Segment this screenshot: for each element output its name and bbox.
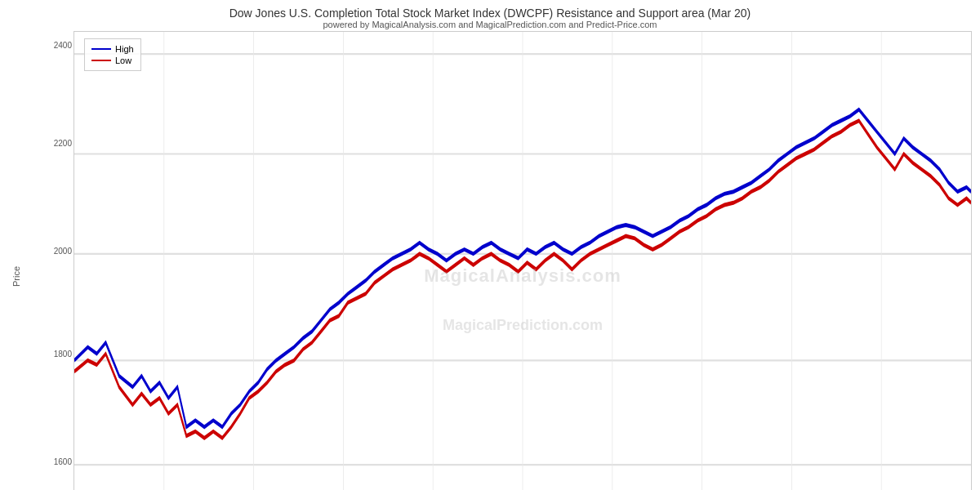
y1-2200: 2200 (54, 139, 72, 148)
legend-high-label: High (115, 44, 134, 54)
chart1-section: Price 2400 2200 2000 1800 1600 MagicalAn… (8, 31, 972, 490)
legend-high-line (91, 48, 111, 50)
chart1-y-numbers: 2400 2200 2000 1800 1600 (42, 31, 74, 490)
chart1-y-label: Price (8, 31, 24, 490)
legend-low-line (91, 60, 111, 61)
y1-1600: 1600 (54, 457, 72, 466)
page-subtitle: powered by MagicalAnalysis.com and Magic… (0, 20, 980, 29)
page-title: Dow Jones U.S. Completion Total Stock Ma… (0, 7, 980, 20)
chart1-svg (74, 32, 971, 490)
main-container: Dow Jones U.S. Completion Total Stock Ma… (0, 0, 980, 490)
legend-high: High (91, 44, 134, 54)
y1-2000: 2000 (54, 247, 72, 256)
header: Dow Jones U.S. Completion Total Stock Ma… (0, 0, 980, 31)
y1-1800: 1800 (54, 350, 72, 359)
charts-container: Price 2400 2200 2000 1800 1600 MagicalAn… (0, 31, 980, 490)
chart1-area: MagicalAnalysis.com MagicalPrediction.co… (74, 31, 972, 490)
chart1-legend: High Low (84, 38, 141, 71)
chart1-y-ticks: Price (8, 31, 42, 490)
chart1-with-yaxis: Price 2400 2200 2000 1800 1600 MagicalAn… (8, 31, 972, 490)
legend-low-label: Low (115, 56, 131, 65)
legend-low: Low (91, 56, 134, 65)
chart1-inner: 2400 2200 2000 1800 1600 MagicalAnalysis… (42, 31, 972, 490)
y1-2500: 2400 (54, 41, 72, 50)
